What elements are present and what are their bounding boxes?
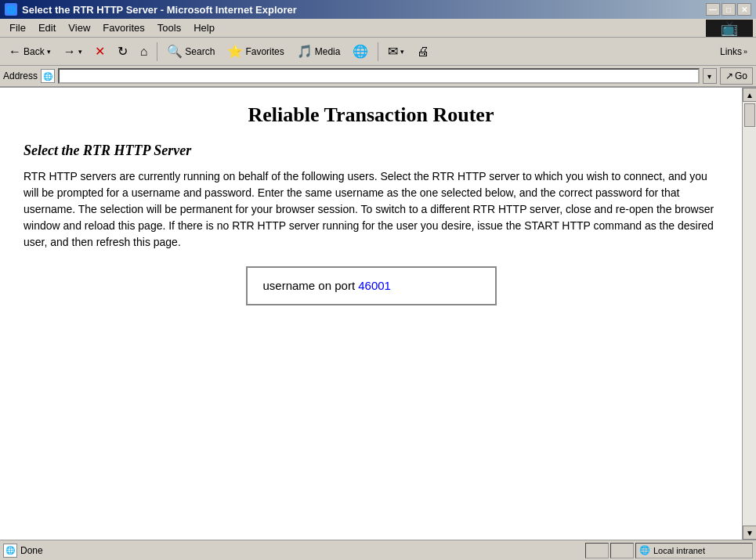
favorites-button[interactable]: ⭐ Favorites — [222, 41, 289, 63]
server-link-prefix: username on port — [263, 279, 359, 292]
back-label: Back — [24, 46, 45, 57]
menu-help[interactable]: Help — [187, 20, 221, 35]
forward-dropdown-icon[interactable]: ▾ — [78, 48, 82, 56]
body-text: RTR HTTP servers are currently running o… — [24, 168, 718, 251]
links-label: Links — [720, 46, 742, 57]
close-button[interactable]: ✕ — [737, 3, 751, 16]
separator-2 — [378, 42, 378, 61]
address-dropdown[interactable]: ▾ — [703, 68, 717, 84]
go-button[interactable]: ↗ Go — [720, 67, 753, 85]
links-chevron-icon: » — [743, 48, 747, 56]
forward-button[interactable]: → ▾ — [58, 41, 88, 63]
window-controls: — □ ✕ — [706, 3, 751, 16]
print-icon: 🖨 — [417, 45, 429, 59]
refresh-button[interactable]: ↻ — [112, 41, 133, 63]
zone-icon: 🌐 — [639, 545, 650, 555]
address-label: Address — [3, 70, 38, 81]
address-icon: 🌐 — [41, 69, 55, 83]
section-heading: Select the RTR HTTP Server — [24, 143, 718, 159]
stop-button[interactable]: ✕ — [89, 41, 110, 63]
menu-favorites[interactable]: Favorites — [96, 20, 150, 35]
media-label: Media — [315, 46, 341, 57]
go-label: Go — [735, 70, 747, 81]
back-dropdown-icon[interactable]: ▾ — [47, 48, 51, 56]
menu-file[interactable]: File — [3, 20, 32, 35]
print-button[interactable]: 🖨 — [411, 41, 435, 63]
history-icon: 🌐 — [353, 44, 368, 59]
status-page-icon: 🌐 — [3, 544, 17, 558]
address-input[interactable] — [58, 68, 700, 84]
menu-bar: File Edit View Favorites Tools Help 📺 — [0, 19, 756, 38]
zone-panel: 🌐 Local intranet — [635, 543, 753, 558]
title-bar: 🌐 Select the RTR HTTP Server - Microsoft… — [0, 0, 756, 19]
back-button[interactable]: ← Back ▾ — [3, 41, 56, 63]
forward-icon: → — [63, 45, 76, 59]
minimize-button[interactable]: — — [706, 3, 720, 16]
separator-1 — [157, 42, 157, 61]
scroll-track[interactable] — [743, 102, 756, 526]
status-bar: 🌐 Done 🌐 Local intranet — [0, 540, 756, 560]
home-icon: ⌂ — [140, 45, 148, 59]
server-link-port: 46001 — [358, 279, 391, 292]
mail-dropdown-icon: ▾ — [400, 48, 404, 56]
home-button[interactable]: ⌂ — [135, 41, 154, 63]
menu-tools[interactable]: Tools — [151, 20, 187, 35]
refresh-icon: ↻ — [118, 44, 128, 59]
history-button[interactable]: 🌐 — [347, 41, 374, 63]
menu-view[interactable]: View — [62, 20, 96, 35]
window-icon: 🌐 — [5, 3, 17, 16]
search-label: Search — [185, 46, 215, 57]
menu-edit[interactable]: Edit — [32, 20, 62, 35]
scroll-up-button[interactable]: ▲ — [743, 88, 756, 102]
window-title: Select the RTR HTTP Server - Microsoft I… — [22, 4, 297, 16]
progress-panel-2 — [610, 543, 634, 558]
server-link[interactable]: username on port 46001 — [246, 266, 497, 305]
stop-icon: ✕ — [95, 44, 105, 59]
maximize-button[interactable]: □ — [722, 3, 736, 16]
status-text: Done — [20, 545, 585, 556]
scroll-down-button[interactable]: ▼ — [743, 526, 756, 540]
browser-area: Reliable Transaction Router Select the R… — [0, 88, 756, 540]
links-button[interactable]: Links » — [714, 41, 753, 63]
content-area: Reliable Transaction Router Select the R… — [0, 88, 742, 540]
scrollbar[interactable]: ▲ ▼ — [742, 88, 756, 540]
go-icon: ↗ — [725, 70, 733, 81]
favorites-label: Favorites — [245, 46, 284, 57]
mail-icon: ✉ — [388, 44, 398, 59]
search-button[interactable]: 🔍 Search — [161, 41, 220, 63]
page-title: Reliable Transaction Router — [24, 103, 718, 127]
media-button[interactable]: 🎵 Media — [291, 41, 346, 63]
toolbar: ← Back ▾ → ▾ ✕ ↻ ⌂ 🔍 Search ⭐ Favorites … — [0, 38, 756, 66]
progress-panel-1 — [585, 543, 609, 558]
address-bar: Address 🌐 ▾ ↗ Go — [0, 66, 756, 88]
back-icon: ← — [9, 45, 21, 59]
mail-button[interactable]: ✉ ▾ — [382, 41, 410, 63]
status-panels: 🌐 Local intranet — [585, 543, 753, 558]
scroll-thumb[interactable] — [744, 103, 755, 127]
media-icon: 🎵 — [297, 44, 313, 59]
search-icon: 🔍 — [167, 44, 183, 59]
zone-label: Local intranet — [653, 546, 705, 555]
star-icon: ⭐ — [227, 44, 243, 59]
